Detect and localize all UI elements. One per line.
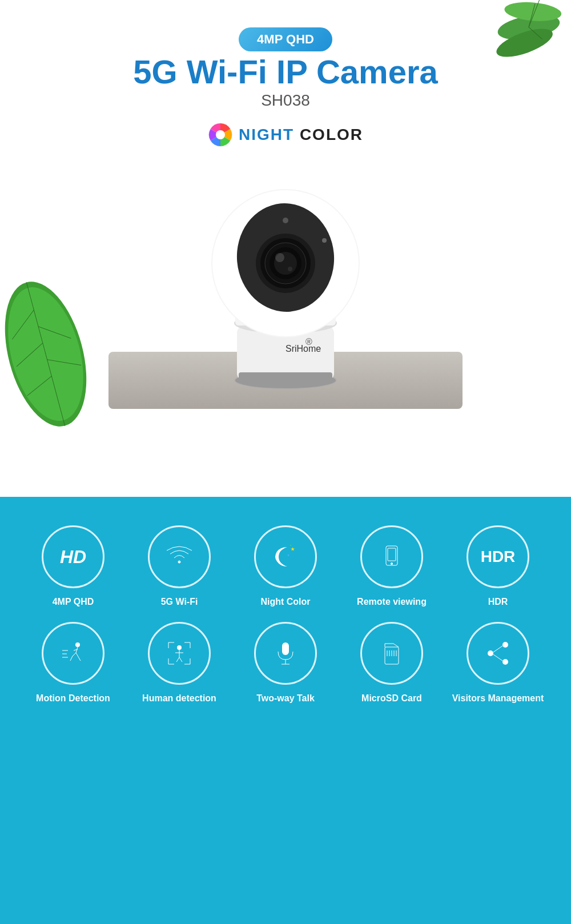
camera-illustration: SriHome ® [166, 158, 405, 409]
night-color-text: NIGHT COLOR [239, 126, 363, 144]
sd-icon [376, 638, 407, 669]
svg-point-53 [177, 645, 182, 650]
feature-circle-share [467, 622, 529, 685]
feature-human-detection: Human detection [129, 622, 230, 705]
badge-4mp: 4MP QHD [239, 27, 332, 51]
feature-label-microsd: MicroSD Card [361, 693, 422, 705]
feature-circle-remote [360, 525, 423, 588]
feature-night-color: Night Color [235, 525, 336, 608]
svg-text:®: ® [305, 337, 312, 347]
feature-label-motion: Motion Detection [36, 693, 110, 705]
human-icon [164, 638, 195, 669]
feature-circle-hdr: HDR [467, 525, 529, 588]
features-grid: HD 4MP QHD 5G Wi-Fi [23, 525, 548, 705]
svg-point-68 [488, 650, 493, 656]
color-text: COLOR [294, 126, 363, 143]
phone-icon [376, 541, 407, 572]
feature-motion-detection: Motion Detection [23, 622, 123, 705]
svg-point-42 [391, 563, 393, 565]
svg-line-70 [493, 646, 502, 652]
svg-marker-37 [291, 547, 295, 551]
feature-circle-motion [42, 622, 104, 685]
svg-point-35 [283, 218, 288, 223]
model-number: SH038 [0, 91, 571, 110]
svg-text:SriHome: SriHome [286, 344, 321, 353]
svg-line-71 [493, 654, 502, 661]
svg-point-69 [502, 659, 508, 665]
svg-line-46 [76, 653, 78, 657]
svg-point-34 [288, 267, 292, 271]
feature-4mp-qhd: HD 4MP QHD [23, 525, 123, 608]
camera-svg: SriHome ® [166, 158, 405, 397]
feature-two-way-talk: Two-way Talk [235, 622, 336, 705]
svg-point-67 [502, 642, 508, 648]
svg-marker-38 [287, 554, 289, 556]
camera-image-area: SriHome ® [0, 158, 571, 409]
feature-microsd-card: MicroSD Card [341, 622, 442, 705]
svg-line-57 [179, 657, 182, 662]
feature-remote-viewing: Remote viewing [341, 525, 442, 608]
feature-visitors-management: Visitors Management [448, 622, 548, 705]
night-text: NIGHT [239, 126, 294, 143]
svg-rect-41 [388, 548, 396, 561]
feature-label-human: Human detection [142, 693, 216, 705]
feature-label-visitors: Visitors Management [452, 693, 544, 705]
moon-icon [270, 541, 301, 572]
feature-label-remote: Remote viewing [357, 596, 427, 608]
hd-icon: HD [60, 547, 86, 568]
feature-label-night: Night Color [260, 596, 310, 608]
svg-line-56 [176, 657, 179, 662]
feature-hdr: HDR HDR [448, 525, 548, 608]
top-section: 4MP QHD 5G Wi-Fi IP Camera SH038 NIGHT C… [0, 0, 571, 497]
feature-circle-human [148, 622, 211, 685]
feature-label-hdr: HDR [488, 596, 508, 608]
feature-circle-mic [254, 622, 317, 685]
svg-point-43 [75, 642, 80, 647]
svg-line-48 [70, 656, 73, 661]
feature-circle-night [254, 525, 317, 588]
feature-5g-wifi: 5G Wi-Fi [129, 525, 230, 608]
svg-line-45 [73, 653, 76, 656]
motion-icon [58, 638, 89, 669]
svg-marker-39 [289, 544, 292, 546]
wifi-icon [164, 541, 195, 572]
feature-label-two-way: Two-way Talk [256, 693, 315, 705]
share-icon [482, 638, 513, 669]
feature-circle-wifi [148, 525, 211, 588]
svg-line-47 [78, 657, 81, 661]
feature-label-wifi: 5G Wi-Fi [161, 596, 198, 608]
main-title: 5G Wi-Fi IP Camera [0, 54, 571, 90]
svg-point-33 [275, 253, 284, 262]
svg-rect-20 [239, 372, 332, 380]
night-color-icon [208, 122, 233, 147]
header-area: 4MP QHD 5G Wi-Fi IP Camera SH038 NIGHT C… [0, 0, 571, 147]
bottom-section: HD 4MP QHD 5G Wi-Fi [0, 497, 571, 924]
svg-point-36 [322, 238, 327, 243]
svg-point-15 [216, 130, 225, 139]
feature-label-4mp: 4MP QHD [53, 596, 94, 608]
night-color-badge: NIGHT COLOR [0, 122, 571, 147]
hdr-icon: HDR [481, 548, 516, 566]
mic-icon [270, 638, 301, 669]
svg-rect-58 [282, 642, 289, 655]
feature-circle-sd [360, 622, 423, 685]
feature-circle-4mp: HD [42, 525, 104, 588]
